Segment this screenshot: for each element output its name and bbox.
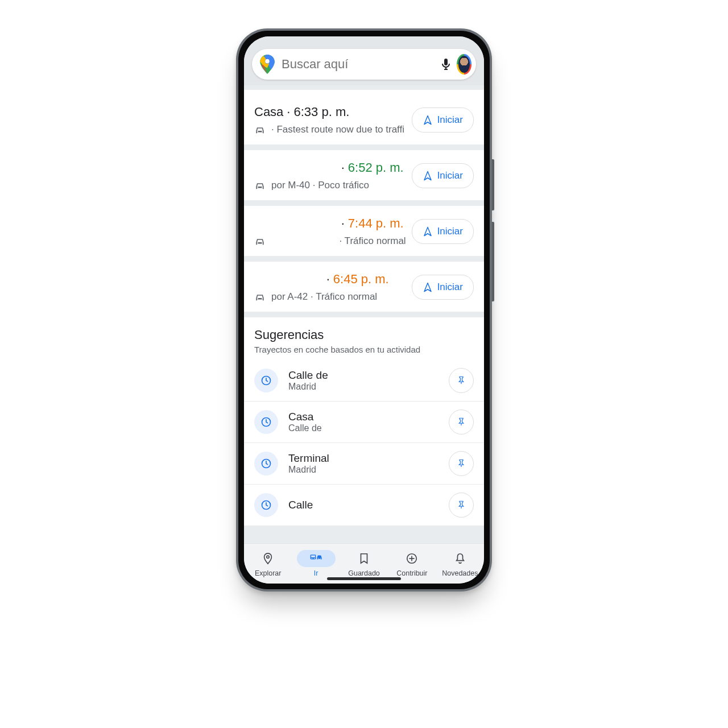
arrival-time: 6:52 p. m.: [348, 160, 404, 175]
nav-item-explorar[interactable]: Explorar: [244, 544, 292, 584]
route-card[interactable]: · 6:52 p. m. por M-40 · Poco tráfico: [244, 150, 484, 200]
start-button[interactable]: Iniciar: [412, 219, 474, 244]
volume-button: [492, 222, 494, 301]
navigation-arrow-icon: [423, 171, 433, 181]
arrival-time: 7:44 p. m.: [348, 216, 404, 231]
route-detail: · Tráfico normal: [271, 235, 406, 247]
bell-icon: [454, 552, 466, 565]
suggestion-name: Casa: [288, 411, 449, 423]
navigation-arrow-icon: [423, 282, 433, 292]
nav-label: Explorar: [255, 569, 282, 577]
clock-icon: [254, 369, 278, 392]
svg-point-9: [262, 131, 263, 132]
content-area: Casa · 6:33 p. m. · Fastest route now du…: [244, 90, 484, 544]
svg-point-28: [313, 558, 315, 559]
route-card[interactable]: · 7:44 p. m. · Tráfico normal: [244, 206, 484, 256]
phone-frame: Casa · 6:33 p. m. · Fastest route now du…: [236, 28, 492, 592]
route-detail: por M-40 · Poco tráfico: [271, 180, 369, 191]
gesture-bar: [327, 577, 401, 580]
arrival-time: 6:45 p. m.: [333, 272, 389, 287]
suggestions-section: Sugerencias Trayectos en coche basados e…: [244, 317, 484, 526]
screen: Casa · 6:33 p. m. · Fastest route now du…: [244, 36, 484, 584]
route-detail: por A-42 · Tráfico normal: [271, 291, 377, 303]
pin-button[interactable]: [449, 368, 474, 393]
profile-avatar[interactable]: [457, 54, 471, 75]
suggestions-title: Sugerencias: [244, 328, 484, 342]
search-input[interactable]: [280, 56, 439, 72]
suggestion-row[interactable]: Casa Calle de: [244, 402, 484, 443]
svg-point-30: [320, 558, 320, 559]
search-bar-area: [244, 36, 484, 85]
route-card[interactable]: Casa · 6:33 p. m. · Fastest route now du…: [244, 90, 484, 144]
car-icon: [254, 237, 266, 246]
nav-label: Novedades: [442, 569, 478, 577]
svg-point-24: [267, 556, 269, 558]
svg-rect-5: [444, 59, 448, 65]
microphone-icon[interactable]: [439, 55, 453, 74]
suggestions-subtitle: Trayectos en coche basados en tu activid…: [244, 345, 484, 360]
arrival-time: 6:33 p. m.: [293, 105, 349, 119]
svg-point-11: [262, 187, 263, 188]
nav-label: Guardado: [348, 569, 380, 577]
search-bar[interactable]: [252, 49, 476, 80]
start-label: Iniciar: [437, 226, 463, 237]
start-label: Iniciar: [437, 114, 463, 126]
suggestion-row[interactable]: Calle: [244, 485, 484, 526]
pin-button[interactable]: [449, 410, 474, 435]
suggestion-city: Madrid: [288, 382, 449, 392]
google-maps-logo-icon: [260, 55, 275, 74]
stage: Casa · 6:33 p. m. · Fastest route now du…: [0, 0, 728, 728]
power-button: [492, 159, 494, 210]
bookmark-icon: [358, 552, 370, 565]
navigation-arrow-icon: [423, 115, 433, 125]
svg-point-27: [311, 558, 312, 559]
suggestion-name: Terminal: [288, 452, 449, 465]
start-button[interactable]: Iniciar: [412, 163, 474, 188]
svg-point-15: [262, 298, 263, 299]
pin-button[interactable]: [449, 451, 474, 476]
svg-point-10: [257, 187, 258, 188]
suggestion-city: Madrid: [288, 465, 449, 475]
nav-item-novedades[interactable]: Novedades: [436, 544, 484, 584]
clock-icon: [254, 410, 278, 434]
start-label: Iniciar: [437, 282, 463, 293]
svg-rect-26: [311, 556, 315, 557]
suggestion-name: Calle de: [288, 369, 449, 382]
svg-point-14: [257, 298, 258, 299]
start-label: Iniciar: [437, 170, 463, 181]
clock-icon: [254, 452, 278, 475]
directions-icon: [310, 552, 322, 565]
suggestion-row[interactable]: Calle de Madrid: [244, 360, 484, 402]
suggestion-name: Calle: [288, 499, 449, 511]
suggestion-row[interactable]: Terminal Madrid: [244, 443, 484, 485]
suggestion-city: Calle de: [288, 423, 449, 433]
car-icon: [254, 125, 266, 134]
nav-label: Ir: [314, 569, 318, 577]
route-card[interactable]: · 6:45 p. m. por A-42 · Tráfico normal: [244, 262, 484, 312]
start-button[interactable]: Iniciar: [412, 107, 474, 133]
svg-point-13: [262, 242, 263, 243]
svg-point-12: [257, 242, 258, 243]
destination-name: Casa: [254, 105, 283, 119]
car-icon: [254, 181, 266, 190]
pin-button[interactable]: [449, 493, 474, 518]
car-icon: [254, 292, 266, 301]
route-detail: · Fastest route now due to traffi: [271, 124, 404, 135]
svg-point-29: [317, 558, 318, 559]
navigation-arrow-icon: [423, 226, 433, 237]
nav-label: Contribuir: [396, 569, 427, 577]
clock-icon: [254, 493, 278, 517]
svg-point-8: [257, 131, 258, 132]
start-button[interactable]: Iniciar: [412, 275, 474, 300]
map-pin-icon: [262, 552, 274, 565]
plus-circle-icon: [406, 552, 418, 565]
